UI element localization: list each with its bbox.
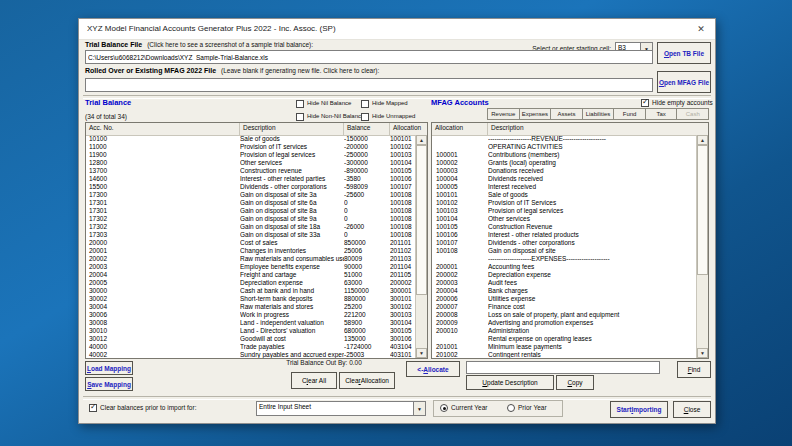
table-row[interactable]: 11000Provision of IT services-2000001001…: [86, 143, 416, 151]
table-row[interactable]: 30008Land - independent valuation5890030…: [86, 319, 416, 327]
table-row[interactable]: 100001Contributions (members): [432, 151, 697, 159]
out-by-label: Trial Balance Out By: 0.00: [269, 359, 379, 366]
tb-file-path-input[interactable]: [85, 50, 653, 64]
table-row[interactable]: 100103Provision of legal services: [432, 207, 697, 215]
table-row[interactable]: 17300Gain on disposal of site 3a-2560010…: [86, 191, 416, 199]
update-description-button[interactable]: Update Description: [466, 375, 554, 390]
clear-all-button[interactable]: Clear All: [291, 372, 337, 389]
table-row[interactable]: 100005Interest received: [432, 183, 697, 191]
table-row[interactable]: 100106Interest - other related products: [432, 231, 697, 239]
find-button[interactable]: Find: [677, 361, 711, 378]
chevron-down-icon[interactable]: ▼: [413, 402, 425, 415]
table-row[interactable]: 200009Advertising and promotion expenses: [432, 319, 697, 327]
hide-unmapped-checkbox[interactable]: [361, 113, 369, 121]
table-row[interactable]: 100104Other services: [432, 215, 697, 223]
table-row[interactable]: 20003Employee benefits expense9000020110…: [86, 263, 416, 271]
hide-nil-balance-checkbox[interactable]: [296, 100, 304, 108]
open-mfag-file-button[interactable]: Open MFAG File: [657, 71, 711, 93]
table-row[interactable]: 100004Dividends received: [432, 175, 697, 183]
table-row[interactable]: 30004Raw materials and stores25200300102: [86, 303, 416, 311]
table-row[interactable]: 30002Short-term bank deposits88000030010…: [86, 295, 416, 303]
mfag-file-hint-link[interactable]: (Leave blank if generating new file. Cli…: [221, 67, 379, 74]
scroll-up-icon[interactable]: ▲: [416, 135, 427, 145]
table-row[interactable]: 20001Changes in inventories25006201102: [86, 247, 416, 255]
mfag-tab-fund[interactable]: Fund: [614, 108, 646, 120]
mfag-tab-expenses[interactable]: Expenses: [520, 108, 552, 120]
scrollbar-thumb[interactable]: [697, 145, 708, 275]
mfag-tab-revenue[interactable]: Revenue: [487, 108, 520, 120]
mfag-file-path-input[interactable]: [85, 78, 653, 92]
scrollbar-thumb[interactable]: [416, 145, 427, 295]
table-row[interactable]: 100002Grants (local) operating: [432, 159, 697, 167]
table-row[interactable]: 40002Sundry payables and accrued expense…: [86, 351, 416, 358]
table-row[interactable]: 15500Dividends - other corporations-5980…: [86, 183, 416, 191]
open-tb-file-button[interactable]: Open TB File: [657, 42, 711, 64]
cell-acc-no: 11900: [86, 151, 240, 159]
table-row[interactable]: 40000Trade payables-1724000403104: [86, 343, 416, 351]
table-row[interactable]: 200007Finance cost: [432, 303, 697, 311]
prior-year-radio[interactable]: [507, 404, 515, 412]
import-scope-dropdown[interactable]: Entire Input Sheet ▼: [256, 401, 426, 416]
scroll-up-icon[interactable]: ▲: [697, 135, 708, 145]
save-mapping-button[interactable]: Save Mapping: [85, 377, 133, 391]
table-row[interactable]: 11900Provision of legal services-2500001…: [86, 151, 416, 159]
hide-empty-accounts-checkbox[interactable]: ✓: [641, 99, 649, 107]
copy-button[interactable]: Copy: [556, 375, 594, 390]
table-row[interactable]: 100101Sale of goods: [432, 191, 697, 199]
table-row[interactable]: 17302Gain on disposal of site 18a-260001…: [86, 223, 416, 231]
hide-non-nil-balance-checkbox[interactable]: [296, 113, 304, 121]
table-row[interactable]: 200002Depreciation expense: [432, 271, 697, 279]
table-row[interactable]: 30000Cash at bank and in hand11500003000…: [86, 287, 416, 295]
table-row[interactable]: 14600Interest - other related parties-35…: [86, 175, 416, 183]
search-input[interactable]: [466, 361, 660, 374]
table-row[interactable]: 100107Dividends - other corporations: [432, 239, 697, 247]
allocate-button[interactable]: <- Allocate: [406, 361, 460, 377]
table-row[interactable]: 20005Depreciation expense63000200002: [86, 279, 416, 287]
table-row[interactable]: 30006Work in progress221200300103: [86, 311, 416, 319]
table-row[interactable]: 100108Gain on disposal of site: [432, 247, 697, 255]
scroll-down-icon[interactable]: ▼: [416, 348, 427, 358]
table-row[interactable]: 13700Construction revenue-890000100105: [86, 167, 416, 175]
table-row[interactable]: 100105Construction Revenue: [432, 223, 697, 231]
table-row[interactable]: 20000Cost of sales850000201101: [86, 239, 416, 247]
load-mapping-button[interactable]: Load Mapping: [85, 361, 133, 375]
mfag-tab-liabilities[interactable]: Liabilities: [583, 108, 615, 120]
table-row[interactable]: 20002Raw materials and consumables used8…: [86, 255, 416, 263]
start-importing-button[interactable]: Start Importing: [610, 401, 668, 418]
table-row[interactable]: 30010Land - Directors' valuation68000030…: [86, 327, 416, 335]
table-row[interactable]: --------------------REVENUE-------------…: [432, 135, 697, 143]
tb-file-hint-link[interactable]: (Click here to see a screenshot of a sam…: [147, 41, 313, 48]
table-row[interactable]: 200010Administration: [432, 327, 697, 335]
table-row[interactable]: --------------------EXPENSES------------…: [432, 255, 697, 263]
close-icon[interactable]: ✕: [687, 19, 715, 39]
table-row[interactable]: 10100Sale of goods-150000100101: [86, 135, 416, 143]
table-row[interactable]: 200001Accounting fees: [432, 263, 697, 271]
table-row[interactable]: 100102Provision of IT Services: [432, 199, 697, 207]
table-row[interactable]: 17301Gain on disposal of site 6a0100108: [86, 199, 416, 207]
mfag-scrollbar[interactable]: ▲ ▼: [696, 135, 708, 358]
table-row[interactable]: 100003Donations received: [432, 167, 697, 175]
current-year-radio[interactable]: [440, 404, 448, 412]
table-row[interactable]: 200006Utilities expense: [432, 295, 697, 303]
table-row[interactable]: Rental expense on operating leases: [432, 335, 697, 343]
table-row[interactable]: OPERATING ACTIVITIES: [432, 143, 697, 151]
table-row[interactable]: 200004Bank charges: [432, 287, 697, 295]
table-row[interactable]: 201002Contingent rentals: [432, 351, 697, 358]
hide-mapped-checkbox[interactable]: [361, 100, 369, 108]
scroll-down-icon[interactable]: ▼: [697, 348, 708, 358]
table-row[interactable]: 17301Gain on disposal of site 8a0100108: [86, 207, 416, 215]
table-row[interactable]: 201001Minimum lease payments: [432, 343, 697, 351]
table-row[interactable]: 20004Freight and cartage51000201105: [86, 271, 416, 279]
mfag-tab-tax[interactable]: Tax: [646, 108, 678, 120]
table-row[interactable]: 30012Goodwill at cost135000300106: [86, 335, 416, 343]
clear-balances-checkbox[interactable]: ✓: [89, 404, 97, 412]
close-button[interactable]: Close: [673, 401, 711, 418]
table-row[interactable]: 17303Gain on disposal of site 33a0100108: [86, 231, 416, 239]
table-row[interactable]: 17302Gain on disposal of site 9a0100108: [86, 215, 416, 223]
table-row[interactable]: 200008Loss on sale of property, plant an…: [432, 311, 697, 319]
table-row[interactable]: 12800Other services-300000100104: [86, 159, 416, 167]
mfag-tab-assets[interactable]: Assets: [551, 108, 583, 120]
clear-allocation-button[interactable]: Clear Allocation: [339, 372, 395, 389]
trial-balance-scrollbar[interactable]: ▲ ▼: [415, 135, 427, 358]
table-row[interactable]: 200003Audit fees: [432, 279, 697, 287]
